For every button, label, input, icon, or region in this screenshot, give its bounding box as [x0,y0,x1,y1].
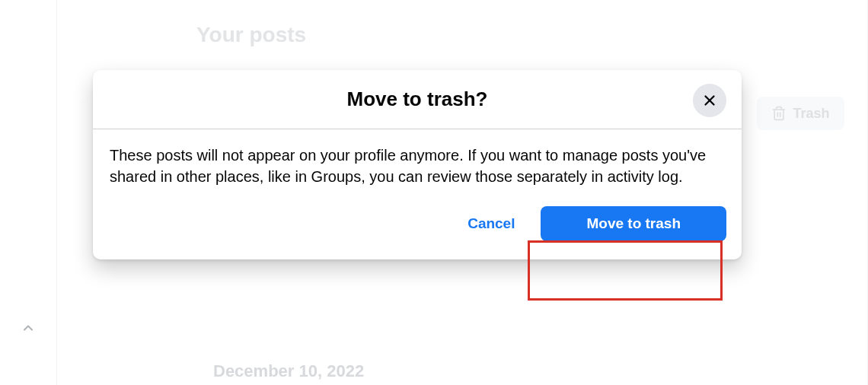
close-icon [701,92,718,109]
close-button[interactable] [693,84,726,117]
modal-header: Move to trash? [93,70,742,129]
modal-footer: Cancel Move to trash [93,199,742,259]
cancel-button[interactable]: Cancel [455,208,527,240]
modal-body-text: These posts will not appear on your prof… [110,145,725,187]
modal-body: These posts will not appear on your prof… [93,129,742,199]
confirm-modal: Move to trash? These posts will not appe… [93,70,742,259]
move-to-trash-button[interactable]: Move to trash [541,206,726,241]
modal-title: Move to trash? [347,88,488,111]
